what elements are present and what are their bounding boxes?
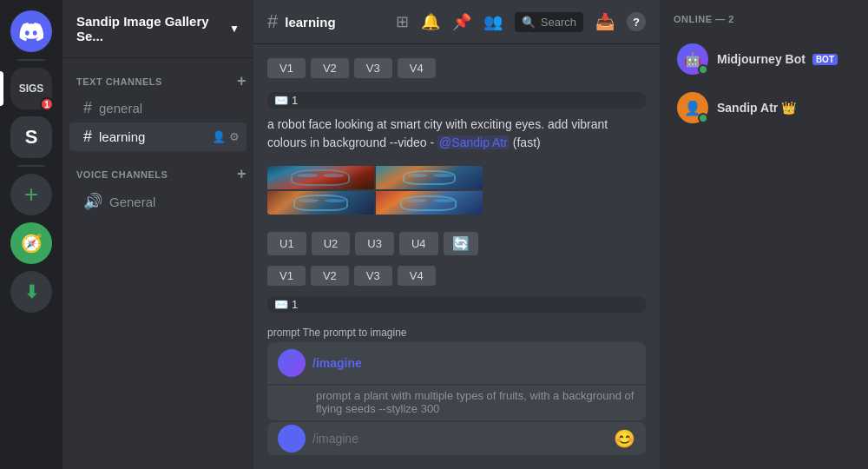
message-block: a robot face looking at smart city with … — [267, 116, 646, 152]
member-item-midjourney-bot[interactable]: 🤖 Midjourney Bot BOT — [674, 38, 854, 80]
sandip-name-row: Sandip Atr 👑 — [717, 101, 796, 115]
member-avatar-midjourney: 🤖 — [677, 43, 708, 75]
server-header[interactable]: Sandip Image Gallery Se... ▼ — [62, 0, 253, 58]
user-mention[interactable]: @Sandip Atr — [437, 135, 510, 149]
v4-button-first[interactable]: V4 — [398, 58, 436, 78]
text-channels-header: TEXT CHANNELS + — [62, 58, 253, 94]
u2-button[interactable]: U2 — [312, 232, 351, 255]
status-dot-sandip — [698, 113, 708, 123]
thread-icon[interactable]: ⊞ — [396, 12, 409, 31]
server-icon-sigs[interactable]: SIGS 1 — [10, 68, 52, 109]
midjourney-bot-name: Midjourney Bot — [717, 52, 806, 66]
reaction-1[interactable]: ✉️ 1 — [267, 92, 646, 109]
bot-badge: BOT — [812, 54, 838, 65]
channel-badges: 👤 ⚙ — [212, 130, 240, 143]
input-label: prompt The prompt to imagine — [267, 327, 646, 339]
member-icon: 👤 — [212, 130, 226, 143]
download-button[interactable]: ⬇ — [10, 271, 52, 313]
v3-button-first[interactable]: V3 — [354, 58, 392, 78]
channel-header: # learning ⊞ 🔔 📌 👥 🔍 Search 📥 ? — [253, 0, 660, 44]
channel-item-learning[interactable]: # learning 👤 ⚙ — [69, 122, 247, 151]
message-input[interactable] — [312, 422, 607, 455]
version-buttons-1: V1 V2 V3 V4 — [267, 58, 646, 78]
sandip-name: Sandip Atr — [717, 101, 778, 115]
image-cell-bottom-right[interactable] — [376, 191, 483, 215]
reaction-2[interactable]: ✉️ 1 — [267, 296, 646, 313]
channel-name-voice-general: General — [109, 195, 240, 209]
discord-icon[interactable] — [10, 10, 52, 52]
input-user-avatar — [278, 425, 306, 452]
server-name: Sandip Image Gallery Se... — [76, 14, 229, 43]
emoji-picker-button[interactable]: 😊 — [614, 428, 635, 449]
header-channel-name: learning — [285, 15, 335, 30]
member-info-midjourney: Midjourney Bot BOT — [717, 52, 838, 66]
slash-subtext: prompt a plant with multiple types of fr… — [267, 386, 646, 420]
add-text-channel-button[interactable]: + — [237, 72, 247, 90]
input-area: prompt The prompt to imagine /imagine pr… — [253, 320, 660, 469]
add-server-button[interactable]: + — [10, 174, 52, 215]
v1-button-first[interactable]: V1 — [267, 58, 306, 78]
channel-name-general: general — [99, 101, 240, 116]
help-icon[interactable]: ? — [627, 12, 646, 31]
notification-bell-icon[interactable]: 🔔 — [421, 12, 440, 31]
status-dot-midjourney — [698, 64, 708, 75]
server-divider — [17, 59, 45, 61]
v4-button-second[interactable]: V4 — [398, 266, 436, 286]
channel-name-learning: learning — [99, 129, 205, 144]
slash-command-text: /imagine — [312, 356, 362, 370]
channel-sidebar: Sandip Image Gallery Se... ▼ TEXT CHANNE… — [62, 0, 253, 469]
v2-button-first[interactable]: V2 — [311, 58, 349, 78]
members-icon[interactable]: 👥 — [483, 12, 503, 31]
member-avatar-sandip: 👤 — [677, 92, 708, 123]
slash-command-avatar — [278, 349, 306, 377]
chevron-down-icon: ▼ — [229, 23, 240, 35]
reaction-count-2: 1 — [292, 298, 298, 311]
ai-image-grid[interactable] — [267, 166, 483, 215]
search-placeholder: Search — [541, 16, 576, 29]
search-bar[interactable]: 🔍 Search — [515, 12, 583, 32]
image-cell-bottom-left[interactable] — [267, 191, 374, 215]
image-cell-top-right[interactable] — [376, 166, 483, 189]
server-divider-2 — [17, 165, 45, 167]
crown-icon: 👑 — [781, 101, 796, 115]
pin-icon[interactable]: 📌 — [452, 12, 471, 31]
server-icon-s[interactable]: S — [10, 116, 52, 158]
u3-button[interactable]: U3 — [355, 232, 394, 255]
header-hash-icon: # — [267, 10, 278, 33]
speaker-icon: 🔊 — [83, 192, 102, 211]
messages-area: V1 V2 V3 V4 ✉️ 1 a robot face looking at… — [253, 44, 660, 320]
u1-button[interactable]: U1 — [267, 232, 306, 255]
fast-label: (fast) — [513, 135, 541, 149]
header-icons: ⊞ 🔔 📌 👥 🔍 Search 📥 ? — [396, 12, 646, 32]
hash-icon-2: # — [83, 128, 92, 146]
prompt-label-desc: The prompt to imagine — [302, 327, 406, 339]
explore-button[interactable]: 🧭 — [10, 222, 52, 264]
main-content: # learning ⊞ 🔔 📌 👥 🔍 Search 📥 ? V1 V2 V3… — [253, 0, 660, 469]
slash-command-preview: /imagine — [267, 342, 646, 384]
add-voice-channel-button[interactable]: + — [237, 165, 247, 183]
prompt-label: prompt — [267, 327, 299, 339]
v1-button-second[interactable]: V1 — [267, 266, 306, 286]
channel-item-general[interactable]: # general — [69, 94, 247, 122]
v2-button-second[interactable]: V2 — [311, 266, 349, 286]
u4-button[interactable]: U4 — [399, 232, 438, 255]
right-sidebar: ONLINE — 2 🤖 Midjourney Bot BOT 👤 Sandip… — [660, 0, 868, 469]
member-name-row: Midjourney Bot BOT — [717, 52, 838, 66]
settings-icon[interactable]: ⚙ — [229, 130, 240, 143]
image-cell-top-left[interactable] — [267, 166, 374, 189]
channel-item-voice-general[interactable]: 🔊 General — [69, 187, 247, 216]
v3-button-second[interactable]: V3 — [354, 266, 392, 286]
voice-channels-header: VOICE CHANNELS + — [62, 151, 253, 187]
server-sidebar: SIGS 1 S + 🧭 ⬇ — [0, 0, 62, 469]
upscale-buttons: U1 U2 U3 U4 🔄 — [267, 232, 646, 255]
member-item-sandip[interactable]: 👤 Sandip Atr 👑 — [674, 87, 854, 129]
hash-icon: # — [83, 99, 92, 117]
sigs-label: SIGS — [19, 83, 44, 95]
reaction-count-1: 1 — [292, 94, 298, 107]
active-indicator — [0, 71, 3, 106]
slash-hint: prompt a plant with multiple types of fr… — [316, 389, 634, 415]
inbox-icon[interactable]: 📥 — [595, 12, 615, 31]
search-icon: 🔍 — [522, 16, 536, 29]
reaction-emoji-1: ✉️ — [274, 94, 288, 107]
refresh-button[interactable]: 🔄 — [444, 232, 478, 255]
